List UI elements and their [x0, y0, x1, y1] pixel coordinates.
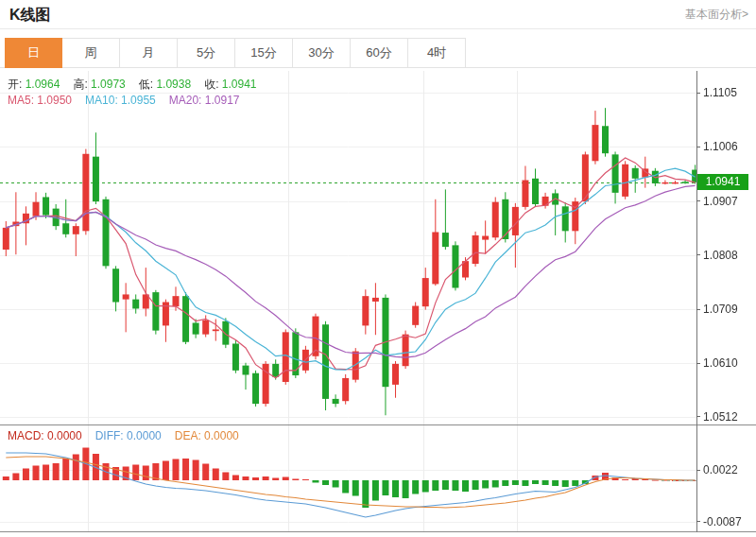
- tab-interval-4[interactable]: 15分: [235, 38, 293, 68]
- tab-interval-1[interactable]: 周: [62, 38, 120, 68]
- tab-interval-0[interactable]: 日: [5, 38, 62, 68]
- legend-item-2: MA20: 1.0917: [169, 94, 240, 107]
- price-axis-tick-2: 1.0907: [696, 195, 738, 208]
- macd-axis-tick-0: 0.0022: [696, 463, 738, 476]
- price-axis-tick-3: 1.0808: [696, 249, 738, 262]
- legend-item-0: 开: 1.0964: [8, 78, 60, 91]
- tick-dash: [696, 147, 700, 147]
- ma-legend: MA5: 1.0950MA10: 1.0955MA20: 1.0917: [8, 94, 252, 107]
- page-title: K线图: [9, 6, 51, 26]
- price-axis-tick-6: 1.0512: [696, 410, 738, 424]
- tick-dash: [696, 309, 700, 310]
- price-axis-tick-0: 1.1105: [696, 86, 737, 99]
- tick-dash: [696, 470, 700, 471]
- tick-dash: [696, 200, 700, 201]
- macd-panel: MACD: 0.0000DIFF: 0.0000DEA: 0.0000: [0, 425, 756, 531]
- panel-divider: [0, 424, 756, 425]
- fundamental-analysis-link[interactable]: 基本面分析>: [685, 7, 748, 23]
- tab-interval-7[interactable]: 4时: [408, 38, 466, 68]
- price-axis-tick-1: 1.1006: [696, 140, 738, 153]
- tick-dash: [696, 254, 700, 255]
- legend-item-3: 收: 1.0941: [204, 78, 256, 91]
- tick-dash: [696, 363, 700, 364]
- interval-tab-bar: 日周月5分15分30分60分4时: [5, 38, 466, 68]
- macd-legend: MACD: 0.0000DIFF: 0.0000DEA: 0.0000: [8, 429, 252, 442]
- legend-item-2: 低: 1.0938: [139, 78, 191, 91]
- candlestick-chart-canvas[interactable]: [0, 71, 696, 425]
- macd-axis-tick-1: -0.0087: [696, 515, 742, 528]
- kline-page: K线图 基本面分析> 日周月5分15分30分60分4时 开: 1.0964高: …: [0, 0, 756, 537]
- price-axis-tick-4: 1.0709: [696, 303, 738, 316]
- legend-item-1: DIFF: 0.0000: [95, 429, 162, 442]
- tab-interval-5[interactable]: 30分: [293, 38, 351, 68]
- legend-item-0: MA5: 1.0950: [8, 94, 72, 107]
- legend-item-0: MACD: 0.0000: [8, 429, 82, 442]
- bottom-border: [0, 531, 756, 532]
- last-price-badge: 1.0941: [697, 174, 748, 190]
- ohlc-legend: 开: 1.0964高: 1.0973低: 1.0938收: 1.0941: [8, 77, 270, 93]
- legend-item-2: DEA: 0.0000: [175, 429, 239, 442]
- main-chart-panel: 开: 1.0964高: 1.0973低: 1.0938收: 1.0941 MA5…: [0, 71, 756, 425]
- legend-item-1: 高: 1.0973: [73, 78, 125, 91]
- legend-item-1: MA10: 1.0955: [85, 94, 156, 107]
- tick-dash: [696, 93, 700, 94]
- tick-dash: [696, 521, 700, 522]
- tab-interval-3[interactable]: 5分: [178, 38, 235, 68]
- header-divider: [0, 28, 756, 29]
- tab-interval-2[interactable]: 月: [120, 38, 178, 68]
- price-axis-tick-5: 1.0610: [696, 356, 738, 370]
- tab-interval-6[interactable]: 60分: [351, 38, 408, 68]
- tick-dash: [696, 416, 700, 417]
